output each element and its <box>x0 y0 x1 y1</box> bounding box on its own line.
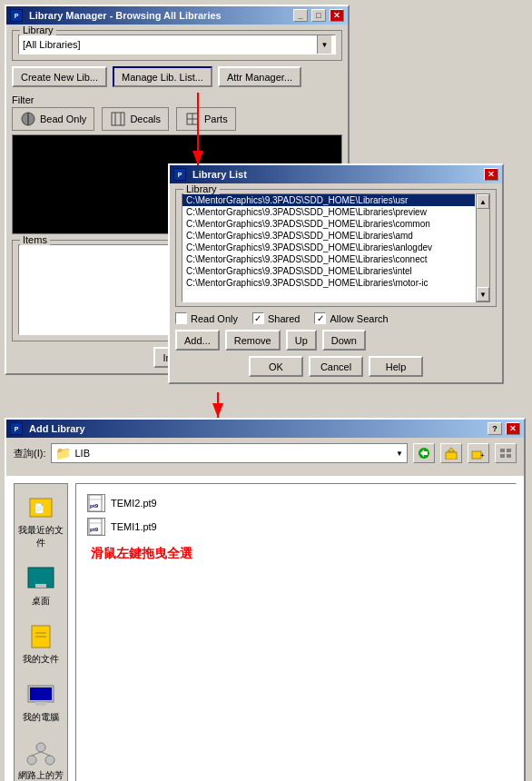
file-entry[interactable]: pt9TEMI1.pt9 <box>84 515 508 539</box>
parts-tab[interactable]: Parts <box>176 107 236 131</box>
list-item[interactable]: C:\MentorGraphics\9.3PADS\SDD_HOME\Libra… <box>182 194 475 206</box>
decals-label: Decals <box>130 114 161 124</box>
file-icon: pt9 <box>87 518 105 536</box>
list-item[interactable]: C:\MentorGraphics\9.3PADS\SDD_HOME\Libra… <box>182 253 475 265</box>
nav-label-network: 網路上的芳鄰 <box>16 769 65 781</box>
svg-rect-19 <box>507 449 511 452</box>
chevron-down-icon2: ▼ <box>396 450 403 458</box>
bead-only-tab[interactable]: Bead Only <box>12 107 94 131</box>
parts-icon <box>184 111 201 127</box>
read-only-checkbox[interactable] <box>175 312 187 324</box>
read-only-checkbox-item[interactable]: Read Only <box>175 312 238 324</box>
svg-point-33 <box>27 756 36 765</box>
filter-tabs: Bead Only Decals Parts <box>12 107 342 131</box>
documents-icon <box>26 622 55 651</box>
library-listbox[interactable]: C:\MentorGraphics\9.3PADS\SDD_HOME\Libra… <box>182 193 476 302</box>
svg-point-34 <box>45 756 54 765</box>
svg-rect-20 <box>500 454 505 458</box>
back-button[interactable] <box>413 443 435 463</box>
nav-item-network[interactable]: 網路上的芳鄰 <box>15 737 67 781</box>
file-display: pt9TEMI2.pt9pt9TEMI1.pt9 滑鼠左鍵拖曳全選 <box>75 483 517 781</box>
nav-item-documents[interactable]: 我的文件 <box>21 620 61 667</box>
lib-list-container: C:\MentorGraphics\9.3PADS\SDD_HOME\Libra… <box>182 193 490 302</box>
view-icon <box>498 447 513 460</box>
lib-manager-titlebar: P Library Manager - Browsing All Librari… <box>6 6 348 25</box>
svg-text:+: + <box>480 451 485 460</box>
nav-item-recent[interactable]: 📄我最近的文件 <box>15 491 67 551</box>
lib-list-scrollbar[interactable]: ▲ ▼ <box>476 193 490 302</box>
add-library-window: P Add Library ? ✕ 查詢(I): 📁 LIB ▼ <box>5 418 526 781</box>
new-folder-button[interactable]: + <box>468 443 489 463</box>
lib-list-titlebar: P Library List ✕ <box>170 165 502 183</box>
scroll-down-button[interactable]: ▼ <box>477 287 489 302</box>
look-in-dropdown[interactable]: 📁 LIB ▼ <box>51 443 408 463</box>
nav-item-desktop[interactable]: 桌面 <box>25 562 57 609</box>
list-item[interactable]: C:\MentorGraphics\9.3PADS\SDD_HOME\Libra… <box>182 230 475 242</box>
computer-icon <box>26 680 55 709</box>
items-label: Items <box>20 234 50 245</box>
nav-item-computer[interactable]: 我的電腦 <box>21 678 61 726</box>
list-item[interactable]: C:\MentorGraphics\9.3PADS\SDD_HOME\Libra… <box>182 265 475 277</box>
up-folder-button[interactable] <box>440 443 462 463</box>
nav-label-computer: 我的電腦 <box>23 711 59 724</box>
shared-checkbox-item[interactable]: ✓ Shared <box>252 312 300 324</box>
allow-search-label: Allow Search <box>330 313 388 324</box>
look-in-label: 查詢(I): <box>14 447 45 460</box>
lib-list-groupbox-label: Library <box>183 183 220 194</box>
bead-icon <box>20 111 36 127</box>
network-icon <box>26 738 55 767</box>
read-only-label: Read Only <box>191 313 238 324</box>
svg-text:📄: 📄 <box>34 502 45 514</box>
add-button[interactable]: Add... <box>175 330 220 351</box>
checkbox-row: Read Only ✓ Shared ✓ Allow Search <box>175 312 497 324</box>
manage-lib-list-button[interactable]: Manage Lib. List... <box>113 66 212 87</box>
decals-tab[interactable]: Decals <box>102 107 169 131</box>
minimize-button[interactable]: _ <box>293 9 308 22</box>
file-name: TEMI1.pt9 <box>111 521 157 532</box>
scroll-up-button[interactable]: ▲ <box>477 194 489 209</box>
svg-rect-5 <box>112 113 124 125</box>
remove-button[interactable]: Remove <box>225 330 281 351</box>
library-dropdown-value: [All Libraries] <box>23 39 317 50</box>
pads-icon: P <box>10 9 23 22</box>
allow-search-checkbox-item[interactable]: ✓ Allow Search <box>314 312 388 324</box>
svg-point-32 <box>36 743 45 752</box>
svg-marker-15 <box>448 448 455 451</box>
svg-rect-13 <box>424 451 428 455</box>
instruction-text: 滑鼠左鍵拖曳全選 <box>84 539 508 569</box>
look-in-value: LIB <box>74 448 90 459</box>
lib-list-close-button[interactable]: ✕ <box>484 168 498 181</box>
lib-manager-title: Library Manager - Browsing All Libraries <box>29 10 290 21</box>
svg-rect-30 <box>30 687 52 700</box>
svg-rect-25 <box>35 584 46 588</box>
shared-checkbox[interactable]: ✓ <box>252 312 264 324</box>
create-new-lib-button[interactable]: Create New Lib... <box>12 66 107 87</box>
lib-list-box: C:\MentorGraphics\9.3PADS\SDD_HOME\Libra… <box>182 193 476 302</box>
close-button[interactable]: ✕ <box>330 9 344 22</box>
list-item[interactable]: C:\MentorGraphics\9.3PADS\SDD_HOME\Libra… <box>182 242 475 253</box>
attr-manager-button[interactable]: Attr Manager... <box>218 66 301 87</box>
decals-icon <box>110 111 126 127</box>
add-library-title: Add Library <box>29 423 484 434</box>
file-name: TEMI2.pt9 <box>111 498 157 509</box>
add-lib-help-button[interactable]: ? <box>488 422 502 435</box>
library-groupbox-label: Library <box>20 25 56 35</box>
help-button[interactable]: Help <box>369 356 423 377</box>
add-lib-close-button[interactable]: ✕ <box>506 422 520 435</box>
up-button[interactable]: Up <box>286 330 317 351</box>
ok-button[interactable]: OK <box>249 356 303 377</box>
list-item[interactable]: C:\MentorGraphics\9.3PADS\SDD_HOME\Libra… <box>182 206 475 218</box>
allow-search-checkbox[interactable]: ✓ <box>314 312 326 324</box>
list-item[interactable]: C:\MentorGraphics\9.3PADS\SDD_HOME\Libra… <box>182 218 475 230</box>
svg-line-36 <box>41 752 50 756</box>
list-item[interactable]: C:\MentorGraphics\9.3PADS\SDD_HOME\Libra… <box>182 277 475 289</box>
maximize-button[interactable]: □ <box>311 9 326 22</box>
filter-label: Filter <box>12 94 34 105</box>
left-nav: 📄我最近的文件桌面我的文件我的電腦網路上的芳鄰 <box>14 483 68 781</box>
file-entry[interactable]: pt9TEMI2.pt9 <box>84 491 508 515</box>
library-dropdown[interactable]: [All Libraries] ▼ <box>18 35 336 54</box>
view-toggle-button[interactable] <box>495 443 517 463</box>
cancel-button[interactable]: Cancel <box>309 356 363 377</box>
file-list-area: 📄我最近的文件桌面我的文件我的電腦網路上的芳鄰 pt9TEMI2.pt9pt9T… <box>14 483 517 781</box>
down-button[interactable]: Down <box>322 330 366 351</box>
